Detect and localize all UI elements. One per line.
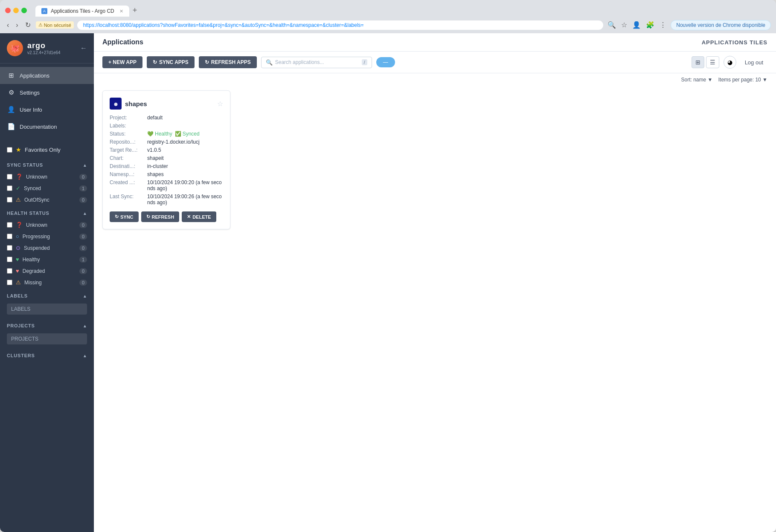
- health-healthy-icon: ♥: [16, 256, 19, 263]
- clusters-title: CLUSTERS: [7, 353, 35, 358]
- health-filter-degraded[interactable]: ♥ Degraded 0: [0, 265, 94, 277]
- sidebar-logo: 🐙 argo v2.12.4+27d1e64 ←: [0, 33, 94, 64]
- browser-tab[interactable]: A Applications Tiles - Argo CD ✕: [35, 6, 129, 17]
- favorites-label: Favorites Only: [25, 147, 61, 153]
- sync-filter-synced[interactable]: ✓ Synced 1: [0, 182, 94, 194]
- logo-name: argo: [27, 41, 61, 50]
- sync-apps-label: SYNC APPS: [159, 59, 189, 65]
- refresh-apps-button[interactable]: ↻ REFRESH APPS: [199, 56, 257, 68]
- address-input[interactable]: [77, 20, 603, 30]
- sort-link[interactable]: Sort: name ▼: [681, 77, 714, 83]
- card-sync-button[interactable]: ↻ SYNC: [110, 211, 139, 222]
- back-button[interactable]: ‹: [5, 20, 11, 31]
- list-view-button[interactable]: ☰: [706, 56, 719, 68]
- sidebar-item-documentation[interactable]: 📄 Documentation: [0, 118, 94, 135]
- new-app-button[interactable]: + NEW APP: [102, 56, 142, 68]
- grid-view-button[interactable]: ⊞: [692, 56, 704, 68]
- clusters-header[interactable]: CLUSTERS ▲: [0, 350, 94, 361]
- health-unknown-checkbox[interactable]: [7, 222, 12, 228]
- projects-input[interactable]: [7, 333, 87, 344]
- tab-close-icon[interactable]: ✕: [119, 9, 123, 14]
- sync-filter-unknown[interactable]: ❓ Unknown 0: [0, 171, 94, 182]
- menu-icon[interactable]: ⋮: [659, 20, 667, 30]
- update-notice: Nouvelle version de Chrome disponible: [671, 20, 771, 30]
- health-degraded-checkbox[interactable]: [7, 268, 12, 274]
- search-input[interactable]: [275, 59, 359, 65]
- field-destination-value: in-cluster: [147, 163, 168, 169]
- new-tab-button[interactable]: +: [129, 4, 141, 17]
- health-suspended-label: Suspended: [24, 245, 50, 251]
- sidebar-item-user-info[interactable]: 👤 User Info: [0, 101, 94, 118]
- reload-button[interactable]: ↻: [23, 19, 32, 31]
- items-per-page-link[interactable]: Items per page: 10 ▼: [718, 77, 767, 83]
- clusters-collapse-icon: ▲: [83, 353, 87, 358]
- field-target-revision-value: v1.0.5: [147, 147, 161, 153]
- search-box: 🔍 /: [261, 57, 372, 68]
- sync-status-header[interactable]: SYNC STATUS ▲: [0, 159, 94, 171]
- sync-apps-button[interactable]: ↻ SYNC APPS: [147, 56, 195, 68]
- sync-synced-checkbox[interactable]: [7, 185, 12, 191]
- health-progressing-icon: ○: [16, 233, 19, 240]
- browser-dots: [5, 8, 27, 13]
- sync-filter-outofsync[interactable]: ⚠ OutOfSync 0: [0, 194, 94, 205]
- bookmark-icon[interactable]: ☆: [620, 20, 628, 30]
- projects-header[interactable]: PROJECTS ▲: [0, 320, 94, 332]
- field-destination: Destinati...: in-cluster: [110, 163, 223, 169]
- health-filter-unknown[interactable]: ❓ Unknown 0: [0, 219, 94, 231]
- health-filter-healthy[interactable]: ♥ Healthy 1: [0, 254, 94, 265]
- labels-input[interactable]: [7, 304, 87, 315]
- close-dot[interactable]: [5, 8, 11, 13]
- card-refresh-button[interactable]: ↻ REFRESH: [141, 211, 180, 222]
- sidebar-item-settings-label: Settings: [20, 90, 40, 96]
- health-progressing-count: 0: [79, 234, 87, 240]
- browser-address-bar: ‹ › ↻ ⚠ Non sécurisé 🔍 ☆ 👤 🧩 ⋮ Nouvelle …: [0, 17, 776, 33]
- app-name[interactable]: shapes: [125, 100, 147, 107]
- search-icon: 🔍: [266, 59, 273, 66]
- sync-icon: ↻: [153, 59, 157, 65]
- health-filter-suspended[interactable]: ⊙ Suspended 0: [0, 242, 94, 254]
- browser-frame: A Applications Tiles - Argo CD ✕ + ‹ › ↻…: [0, 0, 776, 532]
- namespace-button[interactable]: —: [376, 57, 395, 67]
- health-filter-missing[interactable]: ⚠ Missing 0: [0, 277, 94, 288]
- health-suspended-checkbox[interactable]: [7, 245, 12, 251]
- health-filter-progressing[interactable]: ○ Progressing 0: [0, 231, 94, 242]
- sidebar-item-applications[interactable]: ⊞ Applications: [0, 67, 94, 84]
- sync-synced-label: Synced: [24, 185, 41, 191]
- field-repository-value: registry-1.docker.io/lucj: [147, 139, 200, 145]
- sync-outofsync-checkbox[interactable]: [7, 197, 12, 202]
- logout-button[interactable]: Log out: [741, 57, 767, 68]
- sync-collapse-icon: ▲: [83, 163, 87, 168]
- sidebar-back-icon[interactable]: ←: [80, 44, 87, 52]
- field-namespace-value: shapes: [147, 171, 164, 177]
- view-buttons: ⊞ ☰: [692, 56, 719, 68]
- browser-titlebar: A Applications Tiles - Argo CD ✕ +: [0, 0, 776, 17]
- search-icon[interactable]: 🔍: [607, 20, 617, 30]
- health-healthy-checkbox[interactable]: [7, 257, 12, 262]
- health-unknown-icon: ❓: [16, 222, 23, 228]
- forward-button[interactable]: ›: [14, 20, 20, 31]
- sync-outofsync-icon: ⚠: [16, 197, 21, 203]
- field-repository-label: Reposito...:: [110, 139, 144, 145]
- filter-favorites[interactable]: ★ Favorites Only: [0, 142, 94, 157]
- sync-status-title: SYNC STATUS: [7, 162, 43, 168]
- health-missing-checkbox[interactable]: [7, 280, 12, 285]
- user-icon: 👤: [7, 105, 15, 114]
- app-card-header: ⎈ shapes ☆: [110, 98, 223, 110]
- extensions-icon[interactable]: 🧩: [645, 20, 655, 30]
- healthy-label: Healthy: [155, 131, 172, 137]
- health-progressing-checkbox[interactable]: [7, 234, 12, 239]
- sync-unknown-checkbox[interactable]: [7, 174, 12, 179]
- field-namespace: Namesp...: shapes: [110, 171, 223, 177]
- pie-chart-button[interactable]: ◕: [724, 56, 736, 69]
- security-label: Non sécurisé: [44, 23, 71, 28]
- card-delete-button[interactable]: ✕ DELETE: [182, 211, 216, 222]
- status-badges: 💚 Healthy ✅ Synced: [147, 131, 200, 137]
- maximize-dot[interactable]: [21, 8, 27, 13]
- favorite-star-icon[interactable]: ☆: [217, 100, 223, 108]
- favorites-checkbox[interactable]: [7, 147, 12, 153]
- profile-icon[interactable]: 👤: [631, 20, 642, 30]
- sidebar-item-settings[interactable]: ⚙ Settings: [0, 84, 94, 101]
- labels-header[interactable]: LABELS ▲: [0, 290, 94, 302]
- health-status-header[interactable]: HEALTH STATUS ▲: [0, 207, 94, 219]
- minimize-dot[interactable]: [13, 8, 19, 13]
